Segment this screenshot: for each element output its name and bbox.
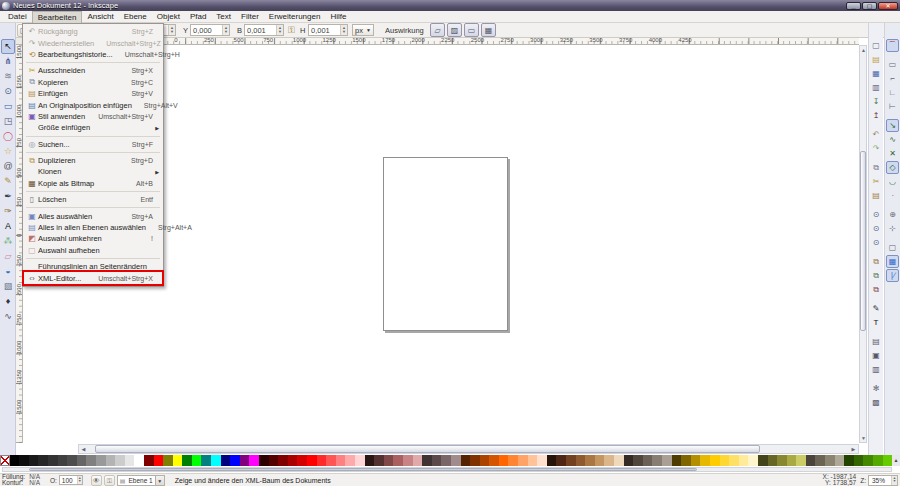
snap-button[interactable]: ⌐ xyxy=(886,72,899,85)
menu-item[interactable]: ▣ Alles auswählen Strg+A xyxy=(24,210,162,221)
color-swatch[interactable] xyxy=(134,455,144,466)
layer-dropdown-icon[interactable]: ▼ xyxy=(156,475,165,486)
color-swatch[interactable] xyxy=(326,455,336,466)
command-button[interactable] xyxy=(870,203,883,207)
color-swatch[interactable] xyxy=(278,455,288,466)
menu-item[interactable]: ▢ Auswahl aufheben xyxy=(24,245,162,256)
command-button[interactable]: ▢ xyxy=(870,39,883,52)
tool-button[interactable]: A xyxy=(1,219,15,234)
color-swatch[interactable] xyxy=(825,455,835,466)
horizontal-scroll-thumb[interactable] xyxy=(95,445,760,453)
menu-item[interactable]: ◩ Auswahl umkehren ! xyxy=(24,233,162,244)
command-button[interactable] xyxy=(870,156,883,160)
color-swatch[interactable] xyxy=(19,455,29,466)
menu-item[interactable]: ⧉ Kopieren Strg+C xyxy=(24,77,162,88)
snap-button[interactable]: ⊹ xyxy=(886,222,899,235)
command-button[interactable]: ▩ xyxy=(870,396,883,409)
color-swatch[interactable] xyxy=(115,455,125,466)
stroke-value[interactable]: N/A xyxy=(29,480,40,486)
color-swatch[interactable] xyxy=(748,455,758,466)
color-swatch[interactable] xyxy=(470,455,480,466)
command-button[interactable]: ⊙ xyxy=(870,236,883,249)
menu-item[interactable]: Führungslinien an Seitenrändern xyxy=(24,261,162,272)
color-swatch[interactable] xyxy=(633,455,643,466)
color-swatch[interactable] xyxy=(566,455,576,466)
color-swatch[interactable] xyxy=(700,455,710,466)
color-swatch[interactable] xyxy=(691,455,701,466)
color-swatch[interactable] xyxy=(873,455,883,466)
menu-item[interactable]: ‹› XML-Editor... Umschalt+Strg+X xyxy=(24,272,162,283)
snap-button[interactable]: ⊕ xyxy=(886,208,899,221)
menu-item[interactable]: ↶ Rückgängig Strg+Z xyxy=(24,26,162,37)
snap-button[interactable] xyxy=(886,114,899,118)
command-button[interactable]: ⧉ xyxy=(870,255,883,268)
color-swatch[interactable] xyxy=(729,455,739,466)
color-swatch[interactable] xyxy=(58,455,68,466)
menubar-item[interactable]: Filter xyxy=(236,11,264,23)
command-button[interactable] xyxy=(870,297,883,301)
command-button[interactable]: ⧉ xyxy=(870,161,883,174)
tool-button[interactable]: ✒ xyxy=(1,189,15,204)
tool-button[interactable]: ◒ xyxy=(1,264,15,279)
color-swatch[interactable] xyxy=(710,455,720,466)
command-button[interactable]: ✻ xyxy=(870,382,883,395)
color-swatch[interactable] xyxy=(758,455,768,466)
color-swatch[interactable] xyxy=(249,455,259,466)
color-swatch[interactable] xyxy=(365,455,375,466)
color-swatch[interactable] xyxy=(777,455,787,466)
color-swatch[interactable] xyxy=(815,455,825,466)
snap-button[interactable]: ⊢ xyxy=(886,100,899,113)
color-swatch[interactable] xyxy=(173,455,183,466)
color-swatch[interactable] xyxy=(883,455,893,466)
color-swatch[interactable] xyxy=(355,455,365,466)
color-swatch[interactable] xyxy=(86,455,96,466)
color-swatch[interactable] xyxy=(163,455,173,466)
close-button[interactable]: ✕ xyxy=(878,2,898,10)
color-swatch[interactable] xyxy=(77,455,87,466)
command-button[interactable]: ▤ xyxy=(870,335,883,348)
menu-item[interactable]: ↷ Wiederherstellen Umschalt+Strg+Z xyxy=(24,37,162,48)
color-swatch[interactable] xyxy=(835,455,845,466)
tool-button[interactable]: @ xyxy=(1,159,15,174)
color-swatch[interactable] xyxy=(10,455,20,466)
command-button[interactable]: T xyxy=(870,316,883,329)
layer-selector[interactable]: ▤ Ebene 1 xyxy=(117,475,156,486)
lock-ratio-icon[interactable]: ⚿ xyxy=(288,25,295,36)
color-swatch[interactable] xyxy=(451,455,461,466)
vertical-scroll-thumb[interactable] xyxy=(860,151,866,331)
unit-dropdown[interactable]: px▼ xyxy=(352,24,374,36)
menu-item[interactable]: ▯ Löschen Entf xyxy=(24,194,162,205)
color-swatch[interactable] xyxy=(307,455,317,466)
scale-corners-toggle[interactable]: ▦ xyxy=(481,23,496,37)
scroll-left-icon[interactable]: ◀ xyxy=(79,445,88,453)
color-swatch[interactable] xyxy=(537,455,547,466)
tool-button[interactable]: ⋔ xyxy=(1,54,15,69)
color-swatch[interactable] xyxy=(854,455,864,466)
menu-item[interactable]: ⟲ Bearbeitungshistorie... Umschalt+Strg+… xyxy=(24,49,162,60)
command-button[interactable] xyxy=(870,123,883,127)
color-swatch[interactable] xyxy=(796,455,806,466)
tool-button[interactable]: ✎ xyxy=(1,174,15,189)
palette-scroll-thumb[interactable] xyxy=(29,468,697,471)
color-swatch[interactable] xyxy=(604,455,614,466)
command-button[interactable]: ↧ xyxy=(870,95,883,108)
move-gradients-toggle[interactable]: ▱ xyxy=(430,23,445,37)
command-button[interactable]: ↷ xyxy=(870,142,883,155)
minimize-button[interactable]: ▁ xyxy=(846,2,861,10)
scroll-right-icon[interactable]: ▶ xyxy=(849,445,858,453)
menu-item[interactable]: ⧉ Duplizieren Strg+D xyxy=(24,155,162,166)
color-swatch[interactable] xyxy=(393,455,403,466)
menubar-item[interactable]: Hilfe xyxy=(325,11,351,23)
color-swatch[interactable] xyxy=(720,455,730,466)
color-swatch[interactable] xyxy=(681,455,691,466)
menu-item[interactable]: ◎ Suchen... Strg+F xyxy=(24,139,162,150)
menu-item[interactable]: ▤ Alles in allen Ebenen auswählen Strg+A… xyxy=(24,222,162,233)
command-button[interactable]: ▥ xyxy=(870,363,883,376)
command-button[interactable]: ⧉ xyxy=(870,269,883,282)
menu-item[interactable]: ▤ Einfügen Strg+V xyxy=(24,88,162,99)
scale-stroke-toggle[interactable]: ▭ xyxy=(464,23,479,37)
color-swatch[interactable] xyxy=(403,455,413,466)
color-swatch[interactable] xyxy=(374,455,384,466)
move-patterns-toggle[interactable]: ▨ xyxy=(447,23,462,37)
color-swatch[interactable] xyxy=(643,455,653,466)
